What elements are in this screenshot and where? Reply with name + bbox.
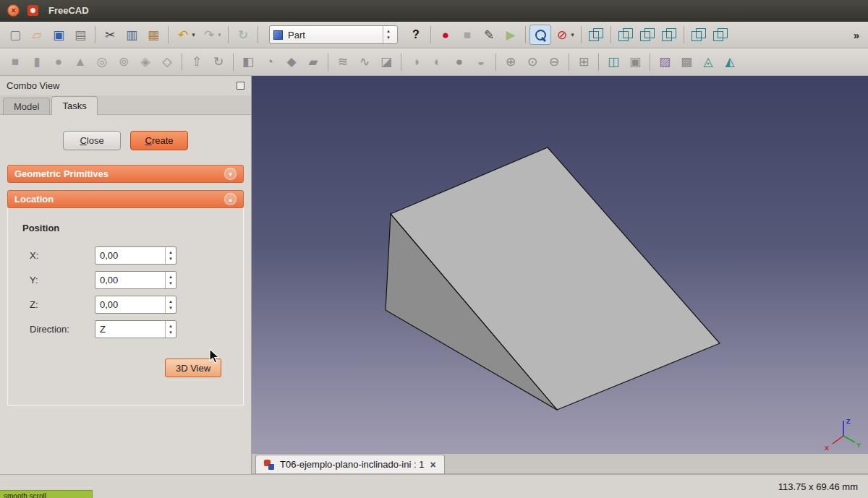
part-tube-icon[interactable]: ⊚ (113, 52, 135, 72)
toolbar-separator (495, 53, 496, 71)
save-icon[interactable]: ▣ (48, 25, 69, 45)
toolbar-separator (328, 53, 328, 71)
section-location[interactable]: Location ▴ (7, 190, 244, 208)
part-defeaturing-icon[interactable]: ◭ (719, 52, 741, 72)
float-panel-icon[interactable] (237, 82, 244, 90)
part-revolve-icon[interactable]: ↻ (208, 52, 229, 72)
part-mirror-icon[interactable]: ◧ (237, 52, 259, 72)
part-section-icon[interactable]: ◪ (375, 52, 397, 72)
part-connect-icon[interactable]: ⊕ (500, 52, 522, 72)
draw-style-dropdown-icon[interactable]: ▾ (568, 25, 577, 45)
window-close-button[interactable]: × (7, 4, 20, 17)
top-view-icon[interactable] (637, 25, 658, 45)
spinbox-steppers[interactable] (165, 272, 176, 288)
toolbar-separator (684, 26, 684, 43)
spinbox-steppers[interactable] (165, 247, 176, 264)
print-icon[interactable]: ▤ (69, 25, 91, 45)
section-geometric-primitives[interactable]: Geometric Primitives ▾ (7, 165, 244, 183)
paste-icon[interactable]: ▦ (142, 25, 164, 45)
part-cone-icon[interactable]: ▲ (69, 52, 91, 72)
part-cutout-icon[interactable]: ⊖ (543, 52, 565, 72)
refresh-icon[interactable]: ↻ (232, 25, 254, 45)
title-bar: × FreeCAD (0, 0, 868, 22)
tab-model[interactable]: Model (3, 98, 50, 114)
value-spinbox[interactable]: 0,00 (95, 271, 176, 289)
task-buttons-row: Close Create (0, 131, 251, 150)
chevron-up-icon[interactable]: ▴ (224, 193, 237, 205)
task-close-button[interactable]: Close (63, 131, 121, 150)
rear-view-icon[interactable] (688, 25, 710, 45)
part-refine-shape-icon[interactable]: ◬ (697, 52, 719, 72)
direction-select[interactable]: Z (95, 320, 176, 338)
direction-row: Direction: Z (18, 320, 233, 338)
part-cut-icon[interactable]: ◐ (427, 52, 448, 72)
axonometric-view-icon[interactable] (585, 25, 607, 45)
document-tab[interactable]: T06-ejemplo-plano-inclinado-ini : 1 × (255, 455, 445, 473)
fit-all-icon[interactable] (529, 25, 551, 45)
toolbar-separator (430, 26, 431, 43)
value-spinbox[interactable]: 0,00 (95, 246, 176, 265)
part-cross-sections-icon[interactable]: ▨ (654, 52, 676, 72)
position-x-field: X: 0,00 (18, 246, 233, 265)
new-document-icon[interactable]: ▢ (4, 25, 26, 45)
part-thickness-icon[interactable]: ▣ (624, 52, 646, 72)
svg-text:X: X (825, 445, 829, 452)
part-sphere-icon[interactable]: ● (48, 52, 69, 72)
part-intersection-icon[interactable]: ◒ (470, 52, 492, 72)
open-file-icon[interactable]: ▱ (26, 25, 48, 45)
tab-tasks[interactable]: Tasks (51, 96, 97, 115)
workbench-selector-arrows[interactable] (383, 26, 393, 43)
close-tab-icon[interactable]: × (430, 460, 435, 470)
macro-play-icon[interactable]: ▶ (500, 25, 522, 45)
part-box-icon[interactable]: ■ (4, 52, 26, 72)
part-sweep-icon[interactable]: ∿ (354, 52, 375, 72)
3d-viewport[interactable]: Z Y X (252, 76, 868, 454)
part-ruled-surface-icon[interactable]: ▰ (302, 52, 324, 72)
part-chamfer-icon[interactable]: ◆ (281, 52, 302, 72)
part-measure-icon[interactable]: ▩ (676, 52, 697, 72)
macro-stop-icon[interactable]: ■ (456, 25, 478, 45)
file-edit-toolbar-group: ▢▱▣▤✂▥▦↶▾↷▾↻ (4, 25, 262, 45)
cut-icon[interactable]: ✂ (99, 25, 121, 45)
direction-select-arrows[interactable] (165, 321, 176, 338)
front-view-icon[interactable] (615, 25, 637, 45)
copy-icon[interactable]: ▥ (121, 25, 142, 45)
part-shape-builder-icon[interactable]: ◇ (156, 52, 178, 72)
section-title: Location (14, 194, 54, 205)
direction-value: Z (95, 321, 165, 338)
3d-view-button[interactable]: 3D View (165, 359, 221, 377)
part-offset-icon[interactable]: ◫ (603, 52, 624, 72)
combo-view-header: Combo View (0, 76, 251, 95)
bottom-view-icon[interactable] (710, 25, 731, 45)
part-loft-icon[interactable]: ≋ (332, 52, 354, 72)
toolbar-separator (228, 26, 229, 43)
value-spinbox[interactable]: 0,00 (95, 296, 176, 314)
status-tooltip: smooth scroll (0, 490, 93, 498)
combo-view-title: Combo View (7, 80, 59, 91)
macro-record-icon[interactable]: ● (435, 25, 456, 45)
whats-this-icon[interactable]: ? (405, 25, 427, 45)
task-create-button[interactable]: Create (130, 131, 188, 150)
part-compound-icon[interactable]: ⊞ (573, 52, 595, 72)
part-union-icon[interactable]: ● (448, 52, 470, 72)
toolbar-separator (401, 53, 401, 71)
spinbox-steppers[interactable] (165, 296, 176, 313)
viewport-canvas: Z Y X (252, 76, 868, 454)
workbench-selector[interactable]: Part (269, 25, 398, 44)
part-extrude-icon[interactable]: ⇧ (186, 52, 208, 72)
position-z-field: Z: 0,00 (18, 296, 233, 314)
part-embed-icon[interactable]: ⊙ (522, 52, 543, 72)
part-fillet-icon[interactable]: ◔ (259, 52, 281, 72)
toolbar-separator (168, 26, 169, 43)
redo-dropdown-icon[interactable]: ▾ (215, 25, 224, 45)
combo-view-tabs: ModelTasks (0, 95, 251, 115)
part-cylinder-icon[interactable]: ▮ (26, 52, 48, 72)
part-boolean-icon[interactable]: ◑ (405, 52, 427, 72)
chevron-down-icon[interactable]: ▾ (224, 168, 237, 180)
right-view-icon[interactable] (658, 25, 680, 45)
part-primitives-icon[interactable]: ◈ (135, 52, 156, 72)
toolbar-overflow-button[interactable]: » (854, 29, 859, 41)
part-torus-icon[interactable]: ◎ (91, 52, 113, 72)
macro-edit-icon[interactable]: ✎ (478, 25, 500, 45)
undo-dropdown-icon[interactable]: ▾ (189, 25, 198, 45)
